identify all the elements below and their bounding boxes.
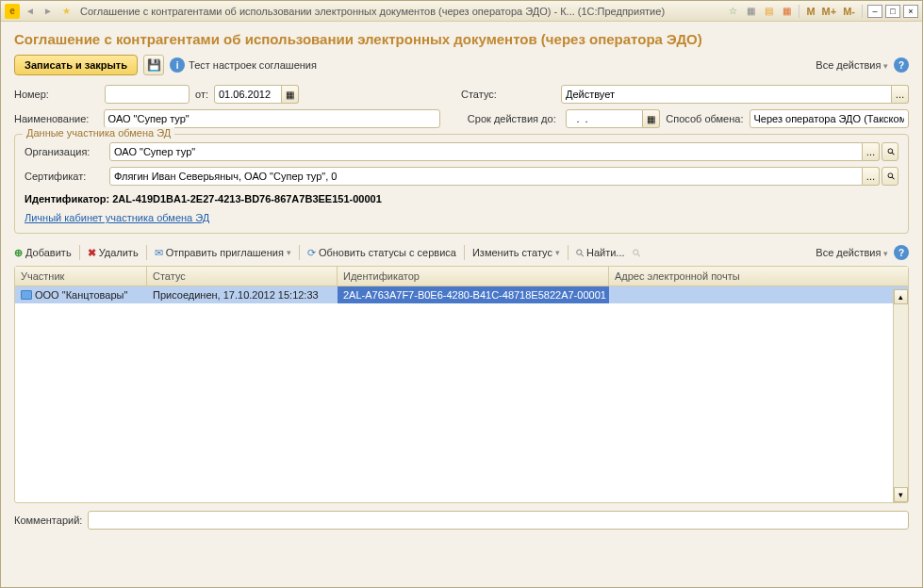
change-status-button[interactable]: Изменить статус <box>472 247 560 258</box>
number-label: Номер: <box>14 89 99 100</box>
table-toolbar: ⊕Добавить ✖Удалить ✉Отправить приглашени… <box>14 243 909 262</box>
col-status[interactable]: Статус <box>147 267 338 286</box>
participant-fieldset: Данные участника обмена ЭД Организация: … <box>14 134 909 234</box>
m-button[interactable]: M <box>804 6 816 17</box>
separator <box>862 5 863 18</box>
app-logo-icon: e <box>5 4 20 19</box>
table-all-actions-dropdown[interactable]: Все действия <box>816 247 888 258</box>
window-title: Соглашение с контрагентами об использова… <box>76 6 722 17</box>
exchange-method-input <box>750 109 909 128</box>
minimize-button[interactable]: – <box>867 5 882 18</box>
info-icon: i <box>170 57 185 73</box>
date-picker-button[interactable]: ▦ <box>282 85 299 104</box>
exchange-method-label: Способ обмена: <box>666 113 743 124</box>
delete-button[interactable]: ✖Удалить <box>88 247 139 259</box>
org-input[interactable] <box>109 142 863 161</box>
help-button[interactable]: ? <box>894 57 909 73</box>
vertical-scrollbar[interactable]: ▴ ▾ <box>893 289 908 502</box>
table-help-button[interactable]: ? <box>894 245 909 260</box>
form-row-1: Номер: от: ▦ Статус: … <box>14 85 909 104</box>
identifier-label: Идентификатор: <box>25 193 109 204</box>
save-close-button[interactable]: Записать и закрыть <box>14 55 138 75</box>
page-title: Соглашение с контрагентами об использова… <box>14 31 909 47</box>
close-button[interactable]: × <box>903 5 918 18</box>
find-button[interactable]: ⚲Найти... <box>576 247 625 259</box>
org-label: Организация: <box>25 146 104 157</box>
m-minus-button[interactable]: M- <box>841 6 857 17</box>
col-participant[interactable]: Участник <box>15 267 147 286</box>
separator <box>799 5 799 18</box>
m-plus-button[interactable]: M+ <box>820 6 839 17</box>
cert-input[interactable] <box>109 167 863 186</box>
identifier-value: 2AL-419D1BA1-2E27-4213-BD76-867A7B3EE151… <box>112 193 382 204</box>
send-invites-button[interactable]: ✉Отправить приглашения <box>155 247 291 259</box>
scroll-up-button[interactable]: ▴ <box>894 289 908 304</box>
valid-until-picker-button[interactable]: ▦ <box>643 109 660 128</box>
all-actions-dropdown[interactable]: Все действия <box>816 59 888 71</box>
number-input[interactable] <box>105 85 190 104</box>
fav-add-icon[interactable]: ☆ <box>725 4 740 19</box>
test-settings-button[interactable]: i Тест настроек соглашения <box>170 57 317 73</box>
save-icon-button[interactable]: 💾 <box>143 55 164 75</box>
favorite-icon[interactable]: ★ <box>58 4 74 19</box>
comment-label: Комментарий: <box>14 514 82 526</box>
add-button[interactable]: ⊕Добавить <box>14 247 72 259</box>
from-label: от: <box>195 89 208 100</box>
calc-icon[interactable]: ▤ <box>761 4 776 19</box>
date-input[interactable] <box>214 85 282 104</box>
comment-input[interactable] <box>88 511 909 530</box>
main-toolbar: Записать и закрыть 💾 i Тест настроек сог… <box>14 55 909 75</box>
name-input[interactable] <box>104 109 441 128</box>
scroll-down-button[interactable]: ▾ <box>894 487 908 502</box>
name-label: Наименование: <box>14 113 98 124</box>
window-titlebar: e ◄ ► ★ Соглашение с контрагентами об ис… <box>1 1 922 22</box>
table-row[interactable]: ООО "Канцтовары" Присоединен, 17.10.2012… <box>15 286 908 303</box>
form-row-2: Наименование: Срок действия до: ▦ Способ… <box>14 109 909 128</box>
col-email[interactable]: Адрес электронной почты <box>609 267 908 286</box>
participant-legend: Данные участника обмена ЭД <box>23 127 174 139</box>
valid-until-input[interactable] <box>566 109 643 128</box>
back-icon[interactable]: ◄ <box>23 4 38 19</box>
cert-label: Сертификат: <box>25 171 104 182</box>
history-icon[interactable]: ▦ <box>743 4 758 19</box>
status-input[interactable] <box>561 85 892 104</box>
calendar-icon[interactable]: ▦ <box>779 4 794 19</box>
col-identifier[interactable]: Идентификатор <box>338 267 609 286</box>
valid-until-label: Срок действия до: <box>468 113 560 124</box>
cabinet-link[interactable]: Личный кабинет участника обмена ЭД <box>25 212 209 223</box>
refresh-status-button[interactable]: ⟳Обновить статусы с сервиса <box>307 247 456 259</box>
cert-search-button[interactable]: ⚲ <box>882 167 898 186</box>
cert-picker-button[interactable]: … <box>863 167 880 186</box>
table: Участник Статус Идентификатор Адрес элек… <box>14 266 909 503</box>
identifier-row: Идентификатор: 2AL-419D1BA1-2E27-4213-BD… <box>25 193 898 204</box>
clear-find-button[interactable]: ⚲ <box>633 247 640 259</box>
org-search-button[interactable]: ⚲ <box>882 142 898 161</box>
status-label: Статус: <box>461 89 555 100</box>
footer-row: Комментарий: <box>14 511 909 530</box>
status-picker-button[interactable]: … <box>892 85 909 104</box>
test-settings-label: Тест настроек соглашения <box>189 59 317 71</box>
table-header: Участник Статус Идентификатор Адрес элек… <box>15 267 908 286</box>
row-icon <box>21 290 32 300</box>
org-picker-button[interactable]: … <box>863 142 880 161</box>
forward-icon[interactable]: ► <box>41 4 56 19</box>
maximize-button[interactable]: □ <box>885 5 900 18</box>
